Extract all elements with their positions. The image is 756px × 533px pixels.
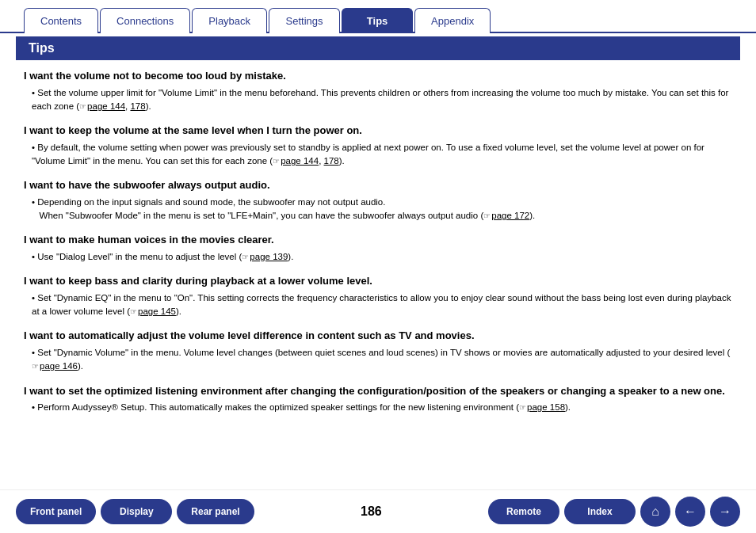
tip-7-link1[interactable]: page 158 [527,401,565,414]
tab-tips[interactable]: Tips [342,8,413,33]
display-button[interactable]: Display [101,499,172,524]
tip-3-title: I want to have the subwoofer always outp… [24,177,732,193]
remote-button[interactable]: Remote [488,499,559,524]
tip-3-link1[interactable]: page 172 [491,209,529,223]
tip-6-title: I want to automatically adjust the volum… [24,328,732,344]
content-area: I want the volume not to become too loud… [0,60,756,432]
back-button[interactable]: ← [675,497,705,527]
tip-2-body: By default, the volume setting when powe… [24,141,732,169]
tip-5-link1[interactable]: page 145 [138,305,176,318]
bottom-nav-left: Front panel Display Rear panel [16,499,254,524]
tip-6-link1[interactable]: page 146 [40,360,78,373]
tip-2-title: I want to keep the volume at the same le… [24,123,732,139]
bottom-nav-right: Remote Index ⌂ ← → [488,497,740,527]
tip-6: I want to automatically adjust the volum… [24,328,732,373]
tip-4-link1[interactable]: page 139 [250,250,288,264]
section-header: Tips [16,36,740,60]
tip-3: I want to have the subwoofer always outp… [24,177,732,223]
tab-connections[interactable]: Connections [100,8,190,33]
page-number: 186 [361,504,382,519]
tip-4: I want to make human voices in the movie… [24,232,732,264]
index-button[interactable]: Index [564,499,636,524]
tip-5-body: Set "Dynamic EQ" in the menu to "On". Th… [24,291,732,319]
tab-playback[interactable]: Playback [192,8,267,33]
rear-panel-button[interactable]: Rear panel [177,499,254,524]
tip-2: I want to keep the volume at the same le… [24,123,732,168]
bottom-nav: Front panel Display Rear panel 186 Remot… [0,489,756,533]
tip-1: I want the volume not to become too loud… [24,68,732,113]
tab-settings[interactable]: Settings [269,8,340,33]
tab-appendix[interactable]: Appendix [414,8,491,33]
tip-1-link2[interactable]: 178 [130,101,145,111]
tip-1-body: Set the volume upper limit for "Volume L… [24,86,732,114]
page-wrapper: Contents Connections Playback Settings T… [0,0,756,533]
tip-4-title: I want to make human voices in the movie… [24,232,732,248]
tip-1-title: I want the volume not to become too loud… [24,68,732,84]
tip-7-body: Perform Audyssey® Setup. This automatica… [24,401,732,414]
tip-3-body: Depending on the input signals and sound… [24,196,732,223]
tip-6-body: Set "Dynamic Volume" in the menu. Volume… [24,346,732,374]
tip-2-link1[interactable]: page 144 [281,154,319,168]
tip-4-body: Use "Dialog Level" in the menu to adjust… [24,250,732,264]
tip-7: I want to set the optimized listening en… [24,383,732,415]
tip-1-link1[interactable]: page 144 [87,100,125,113]
forward-button[interactable]: → [710,497,740,527]
front-panel-button[interactable]: Front panel [16,499,96,524]
tip-5: I want to keep bass and clarity during p… [24,273,732,318]
tip-7-title: I want to set the optimized listening en… [24,383,732,399]
tip-2-link2[interactable]: 178 [324,156,339,166]
home-button[interactable]: ⌂ [640,497,670,527]
tabs-container: Contents Connections Playback Settings T… [0,0,756,33]
tip-5-title: I want to keep bass and clarity during p… [24,273,732,289]
tab-contents[interactable]: Contents [24,8,98,33]
